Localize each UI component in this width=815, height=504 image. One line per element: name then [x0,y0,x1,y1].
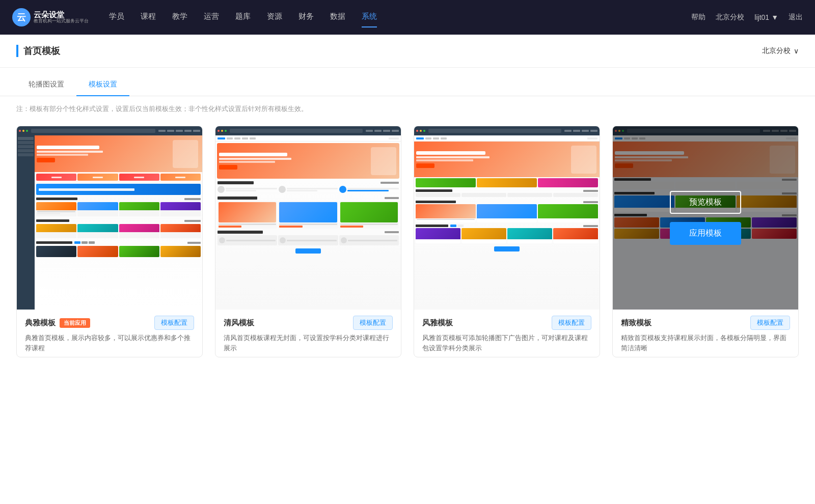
nav-item-caiwu[interactable]: 财务 [298,12,314,23]
config-button-dianyan[interactable]: 模板配置 [154,316,194,330]
config-button-fengya[interactable]: 模板配置 [552,316,591,330]
config-button-qingfeng[interactable]: 模板配置 [353,316,393,330]
apply-button-jingzhi[interactable]: 应用模板 [670,222,741,245]
card-name-fengya: 风雅模板 [422,318,453,328]
nav-item-xitong[interactable]: 系统 [362,12,377,23]
mock-browser-qingfeng [215,126,401,310]
card-title-row-fengya: 风雅模板 模板配置 [422,316,591,330]
template-card-fengya: 风雅模板 模板配置 风雅首页模板可添加轮播图下广告图片，可对课程及课程包设置学科… [414,126,600,357]
mock-browser-fengya [414,126,600,310]
logo-text: 云朵设堂 教育机构一站式服务云平台 [34,11,89,24]
card-title-row-dianyan: 典雅模板 当前应用 模板配置 [25,316,194,330]
mock-browser-dianyan [17,126,202,310]
template-preview-dianyan [17,126,202,310]
user-menu[interactable]: lijt01 ▼ [754,13,778,21]
card-desc-qingfeng: 清风首页模板课程无封面，可设置按学科分类对课程进行展示 [224,333,393,353]
preview-button-jingzhi[interactable]: 预览模板 [670,191,741,214]
template-grid: 典雅模板 当前应用 模板配置 典雅首页模板，展示内容较多，可以展示优惠券和多个推… [0,122,815,378]
card-desc-fengya: 风雅首页模板可添加轮播图下广告图片，可对课程及课程包设置学科分类展示 [422,333,591,353]
nav-item-ziyuan[interactable]: 资源 [267,12,282,23]
template-card-dianyan: 典雅模板 当前应用 模板配置 典雅首页模板，展示内容较多，可以展示优惠券和多个推… [16,126,203,357]
help-link[interactable]: 帮助 [691,13,705,22]
tab-lunbotu[interactable]: 轮播图设置 [16,74,76,96]
logo-sub: 教育机构一站式服务云平台 [34,19,89,24]
card-name-jingzhi: 精致模板 [621,318,651,328]
template-overlay-jingzhi: 预览模板 应用模板 [613,126,798,310]
nav-right: 帮助 北京分校 lijt01 ▼ 退出 [691,13,803,22]
logout-button[interactable]: 退出 [789,13,803,22]
card-footer-fengya: 风雅模板 模板配置 风雅首页模板可添加轮播图下广告图片，可对课程及课程包设置学科… [414,310,600,357]
template-preview-jingzhi: 预览模板 应用模板 [613,126,798,310]
card-name-qingfeng: 清风模板 [224,318,254,328]
note-text: 注：模板有部分个性化样式设置，设置后仅当前模板生效；非个性化样式设置后针对所有模… [0,96,815,122]
template-preview-qingfeng [215,126,401,310]
card-desc-dianyan: 典雅首页模板，展示内容较多，可以展示优惠券和多个推荐课程 [25,333,194,353]
nav-items: 学员 课程 教学 运营 题库 资源 财务 数据 系统 [109,12,691,23]
card-footer-qingfeng: 清风模板 模板配置 清风首页模板课程无封面，可设置按学科分类对课程进行展示 [215,310,401,357]
nav-item-jiaoxue[interactable]: 教学 [172,12,187,23]
branch-selector[interactable]: 北京分校 ∨ [762,46,799,55]
tab-moban[interactable]: 模板设置 [76,74,129,96]
card-desc-jingzhi: 精致首页模板支持课程展示封面，各模板分隔明显，界面简洁清晰 [621,333,790,353]
branch-label: 北京分校 [762,46,791,55]
template-card-jingzhi: 预览模板 应用模板 精致模板 模板配置 精致首页模板支持课程展示封面，各模板分隔… [612,126,799,357]
tabs-bar: 轮播图设置 模板设置 [0,74,815,96]
card-title-row-jingzhi: 精致模板 模板配置 [621,316,790,330]
logo-name: 云朵设堂 [34,11,89,19]
nav-item-tiku[interactable]: 题库 [235,12,251,23]
chevron-down-icon: ∨ [794,47,799,55]
current-badge: 当前应用 [60,318,90,328]
logo-icon: 云 [12,8,31,26]
template-preview-fengya [414,126,600,310]
logo[interactable]: 云 云朵设堂 教育机构一站式服务云平台 [12,8,89,26]
nav-item-xueyuan[interactable]: 学员 [109,12,124,23]
branch-link[interactable]: 北京分校 [716,13,744,22]
navbar: 云 云朵设堂 教育机构一站式服务云平台 学员 课程 教学 运营 题库 资源 财务… [0,0,815,35]
nav-item-shuju[interactable]: 数据 [330,12,345,23]
nav-item-kecheng[interactable]: 课程 [141,12,156,23]
page-header: 首页模板 北京分校 ∨ [0,35,815,68]
config-button-jingzhi[interactable]: 模板配置 [750,316,790,330]
username: lijt01 [754,13,769,21]
nav-item-yunying[interactable]: 运营 [204,12,219,23]
card-footer-jingzhi: 精致模板 模板配置 精致首页模板支持课程展示封面，各模板分隔明显，界面简洁清晰 [613,310,798,357]
page-content: 首页模板 北京分校 ∨ 轮播图设置 模板设置 注：模板有部分个性化样式设置，设置… [0,35,815,504]
template-card-qingfeng: 清风模板 模板配置 清风首页模板课程无封面，可设置按学科分类对课程进行展示 [215,126,401,357]
chevron-down-icon: ▼ [771,13,778,21]
page-title: 首页模板 [16,45,60,57]
card-name-dianyan: 典雅模板 当前应用 [25,318,90,328]
card-footer-dianyan: 典雅模板 当前应用 模板配置 典雅首页模板，展示内容较多，可以展示优惠券和多个推… [17,310,202,357]
card-title-row-qingfeng: 清风模板 模板配置 [224,316,393,330]
